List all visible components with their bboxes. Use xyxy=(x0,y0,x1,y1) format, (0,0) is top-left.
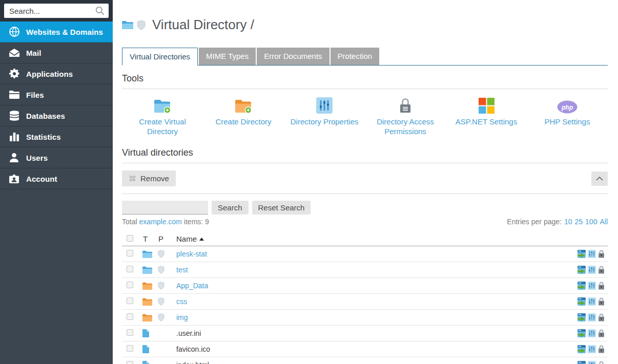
directory-properties-icon[interactable] xyxy=(588,250,596,258)
directory-access-permissions-icon[interactable] xyxy=(598,361,605,364)
sidebar-search xyxy=(0,0,113,22)
row-checkbox[interactable] xyxy=(127,250,133,256)
folder-icon xyxy=(9,90,19,100)
column-name[interactable]: Name xyxy=(171,234,567,243)
entries-option-25[interactable]: 25 xyxy=(575,218,583,226)
entries-per-page: Entries per page: 1025100All xyxy=(507,218,608,226)
open-directory-icon[interactable] xyxy=(578,361,586,364)
entries-option-10[interactable]: 10 xyxy=(564,218,572,226)
reset-search-button[interactable]: Reset Search xyxy=(252,201,311,215)
php-icon: php xyxy=(527,94,608,114)
entries-option-all[interactable]: All xyxy=(600,218,608,226)
app-window: Websites & DomainsMailApplicationsFilesD… xyxy=(0,0,618,364)
row-checkbox[interactable] xyxy=(127,361,133,364)
open-directory-icon[interactable] xyxy=(578,266,586,274)
tab-error-documents[interactable]: Error Documents xyxy=(257,48,329,65)
table-header: T P Name xyxy=(122,232,608,246)
directory-access-permissions-icon[interactable] xyxy=(598,345,605,353)
total-items: Total example.com items: 9 xyxy=(122,218,209,226)
protection-shield-icon xyxy=(158,282,171,290)
sidebar-item-users[interactable]: Users xyxy=(0,147,113,168)
sidebar-item-statistics[interactable]: Statistics xyxy=(0,126,113,147)
directory-properties-icon[interactable] xyxy=(588,345,596,353)
table-row: .user.ini xyxy=(122,326,608,341)
row-checkbox[interactable] xyxy=(127,282,133,288)
directory-access-permissions-icon[interactable] xyxy=(598,282,605,290)
collapse-button[interactable] xyxy=(591,172,608,186)
domain-link[interactable]: example.com xyxy=(139,218,182,226)
item-name[interactable]: test xyxy=(176,266,188,274)
row-checkbox[interactable] xyxy=(127,297,133,304)
open-directory-icon[interactable] xyxy=(578,313,586,322)
row-checkbox[interactable] xyxy=(127,313,133,320)
directory-properties-icon[interactable] xyxy=(588,313,596,322)
table-row: index.html xyxy=(122,357,608,364)
tab-protection[interactable]: Protection xyxy=(331,48,380,65)
open-directory-icon[interactable] xyxy=(578,250,586,258)
open-directory-icon[interactable] xyxy=(578,297,586,306)
tab-virtual-directories[interactable]: Virtual Directories xyxy=(122,48,198,66)
directory-access-permissions-icon[interactable] xyxy=(598,329,605,337)
item-name[interactable]: css xyxy=(176,297,187,306)
folder-blue-icon xyxy=(142,266,154,274)
item-name: favicon.ico xyxy=(176,345,210,353)
tool-directory-properties[interactable]: Directory Properties xyxy=(284,94,365,137)
folder-orange-icon xyxy=(142,314,154,322)
row-checkbox[interactable] xyxy=(127,345,133,352)
remove-x-icon xyxy=(129,175,136,182)
item-name[interactable]: img xyxy=(176,313,188,322)
tool-directory-access-permissions[interactable]: Directory Access Permissions xyxy=(365,94,446,137)
item-name[interactable]: plesk-stat xyxy=(176,250,207,258)
tools-heading: Tools xyxy=(122,73,608,89)
folder-plus-blue-icon xyxy=(122,94,203,114)
open-directory-icon[interactable] xyxy=(578,329,586,337)
chart-icon xyxy=(9,132,19,142)
sidebar-item-websites-domains[interactable]: Websites & Domains xyxy=(0,22,113,42)
directory-properties-icon[interactable] xyxy=(588,329,596,337)
tab-mime-types[interactable]: MIME Types xyxy=(199,48,256,65)
filter-input[interactable] xyxy=(122,201,208,215)
column-type[interactable]: T xyxy=(138,234,154,243)
remove-button[interactable]: Remove xyxy=(122,170,176,186)
sidebar-item-mail[interactable]: Mail xyxy=(0,42,113,63)
sidebar: Websites & DomainsMailApplicationsFilesD… xyxy=(0,0,113,364)
folder-plus-orange-icon xyxy=(203,94,284,114)
directory-access-permissions-icon[interactable] xyxy=(598,266,605,274)
open-directory-icon[interactable] xyxy=(578,282,586,290)
filter-search-button[interactable]: Search xyxy=(212,201,249,215)
sidebar-item-account[interactable]: Account xyxy=(0,168,113,189)
table-body: plesk-stattestApp_Datacssimg.user.inifav… xyxy=(122,246,608,364)
table-row: test xyxy=(122,262,608,278)
tool-create-virtual-directory[interactable]: Create Virtual Directory xyxy=(122,94,203,137)
directory-access-permissions-icon[interactable] xyxy=(598,313,605,322)
directory-access-permissions-icon[interactable] xyxy=(598,297,605,306)
search-icon[interactable] xyxy=(95,6,105,15)
sidebar-item-files[interactable]: Files xyxy=(0,84,113,105)
directory-properties-icon[interactable] xyxy=(588,266,596,274)
tool-create-directory[interactable]: Create Directory xyxy=(203,94,284,137)
directory-access-permissions-icon[interactable] xyxy=(598,250,605,258)
item-name[interactable]: App_Data xyxy=(176,282,208,290)
sliders-lg-icon xyxy=(284,94,365,114)
directory-properties-icon[interactable] xyxy=(588,297,596,306)
entries-option-100[interactable]: 100 xyxy=(585,218,597,226)
row-checkbox[interactable] xyxy=(127,266,133,272)
directory-properties-icon[interactable] xyxy=(588,361,596,364)
table-row: favicon.ico xyxy=(122,341,608,357)
page-header: Virtual Directory / xyxy=(122,8,608,42)
column-protection[interactable]: P xyxy=(154,234,171,243)
folder-blue-icon xyxy=(142,250,154,258)
protection-shield-icon xyxy=(158,313,171,322)
protection-shield-icon xyxy=(158,250,171,258)
sidebar-item-applications[interactable]: Applications xyxy=(0,63,113,84)
select-all-checkbox[interactable] xyxy=(127,235,133,242)
open-directory-icon[interactable] xyxy=(578,345,586,353)
directory-properties-icon[interactable] xyxy=(588,282,596,290)
tools-section: Tools Create Virtual DirectoryCreate Dir… xyxy=(122,73,608,137)
row-checkbox[interactable] xyxy=(127,329,133,336)
search-input[interactable] xyxy=(4,4,109,18)
tool-php-settings[interactable]: phpPHP Settings xyxy=(527,94,608,137)
table-row: img xyxy=(122,310,608,326)
tool-asp-net-settings[interactable]: ASP.NET Settings xyxy=(446,94,527,137)
sidebar-item-databases[interactable]: Databases xyxy=(0,105,113,126)
